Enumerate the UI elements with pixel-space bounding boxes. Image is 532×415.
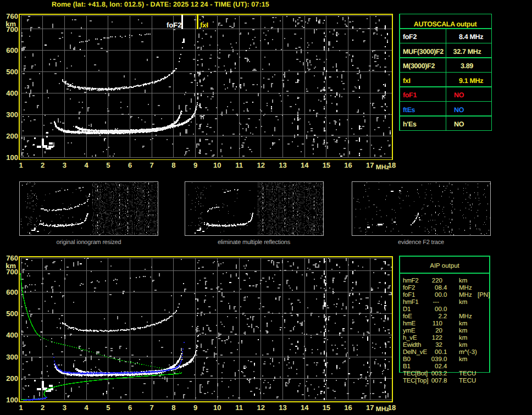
svg-text:12: 12 — [257, 161, 265, 169]
svg-text:MHz: MHz — [459, 285, 472, 291]
svg-text:ftEs: ftEs — [403, 106, 415, 114]
svg-text:02.4: 02.4 — [435, 363, 447, 370]
svg-text:500: 500 — [6, 309, 18, 318]
svg-text:200: 200 — [6, 132, 18, 140]
svg-text:4: 4 — [85, 161, 89, 169]
svg-text:122: 122 — [432, 335, 442, 341]
svg-text:2.2: 2.2 — [439, 313, 447, 320]
svg-text:4: 4 — [85, 403, 89, 412]
svg-text:MHz: MHz — [376, 405, 390, 413]
svg-text:16: 16 — [344, 403, 352, 412]
svg-text:110: 110 — [433, 320, 442, 327]
svg-text:100: 100 — [6, 396, 18, 404]
svg-text:NO: NO — [454, 120, 464, 128]
svg-text:foE: foE — [403, 313, 412, 320]
svg-text:MHz: MHz — [459, 292, 472, 298]
svg-text:039.0: 039.0 — [431, 356, 447, 363]
svg-text:9: 9 — [193, 161, 197, 169]
svg-text:8: 8 — [171, 403, 175, 412]
svg-text:eliminate multiple reflections: eliminate multiple reflections — [218, 239, 291, 246]
svg-text:00.0: 00.0 — [435, 292, 447, 298]
svg-text:200: 200 — [6, 374, 18, 383]
svg-text:1: 1 — [19, 161, 23, 169]
svg-text:evidence F2 trace: evidence F2 trace — [398, 239, 444, 246]
svg-text:foF1: foF1 — [403, 292, 415, 298]
svg-text:B1: B1 — [403, 363, 411, 370]
svg-text:11: 11 — [235, 403, 243, 412]
svg-text:MHz: MHz — [376, 163, 390, 171]
svg-text:7: 7 — [150, 161, 154, 169]
svg-text:MHz: MHz — [459, 313, 472, 320]
svg-text:ymE: ymE — [403, 328, 415, 334]
svg-text:TEC[Top]: TEC[Top] — [403, 378, 428, 384]
svg-text:12: 12 — [257, 403, 265, 412]
svg-text:hmE: hmE — [403, 320, 416, 327]
svg-text:300: 300 — [6, 110, 18, 119]
svg-text:hmF2: hmF2 — [403, 278, 419, 284]
svg-text:NO: NO — [454, 91, 464, 99]
svg-text:[PN]: [PN] — [478, 292, 490, 298]
svg-text:2: 2 — [41, 403, 45, 412]
svg-text:foF1: foF1 — [403, 91, 417, 99]
svg-text:foF2: foF2 — [167, 21, 181, 29]
svg-text:15: 15 — [323, 403, 330, 412]
svg-text:5: 5 — [106, 403, 110, 412]
svg-text:500: 500 — [6, 68, 18, 76]
svg-text:760: 760 — [6, 12, 18, 20]
svg-text:8: 8 — [171, 161, 175, 169]
svg-text:9: 9 — [193, 403, 197, 412]
svg-text:km: km — [459, 356, 467, 363]
svg-text:hmF1: hmF1 — [403, 299, 419, 306]
svg-text:003.2: 003.2 — [431, 370, 447, 377]
svg-text:TEC[Bot]: TEC[Bot] — [403, 370, 428, 377]
svg-text:17: 17 — [366, 161, 374, 169]
svg-text:km: km — [459, 342, 467, 348]
svg-text:3: 3 — [63, 161, 66, 169]
svg-text:Ewidth: Ewidth — [403, 342, 421, 348]
svg-text:100: 100 — [6, 153, 18, 162]
svg-text:m^(-3): m^(-3) — [459, 349, 477, 356]
svg-text:---: --- — [433, 299, 440, 306]
svg-text:km: km — [459, 278, 467, 284]
svg-text:13: 13 — [279, 403, 286, 412]
svg-text:760: 760 — [6, 254, 18, 262]
svg-text:5: 5 — [106, 161, 110, 169]
svg-text:00.1: 00.1 — [435, 349, 447, 356]
svg-text:16: 16 — [344, 161, 352, 169]
svg-text:1: 1 — [19, 403, 23, 412]
svg-text:2: 2 — [41, 161, 45, 169]
svg-text:DelN_vE: DelN_vE — [403, 349, 427, 356]
svg-text:km: km — [459, 328, 467, 334]
svg-text:AIP output: AIP output — [430, 263, 459, 269]
svg-text:13: 13 — [279, 161, 286, 169]
svg-text:9.1 MHz: 9.1 MHz — [459, 77, 483, 85]
svg-text:14: 14 — [301, 161, 309, 169]
svg-text:M(3000)F2: M(3000)F2 — [403, 62, 435, 70]
svg-text:fxI: fxI — [200, 21, 208, 29]
svg-text:32.7 MHz: 32.7 MHz — [453, 48, 481, 56]
svg-text:007.8: 007.8 — [431, 378, 447, 384]
svg-text:300: 300 — [6, 353, 18, 361]
svg-text:400: 400 — [6, 331, 18, 339]
svg-text:32: 32 — [435, 342, 442, 348]
svg-text:B0: B0 — [403, 356, 411, 363]
svg-text:TECU: TECU — [459, 378, 476, 384]
svg-text:NO: NO — [454, 106, 464, 114]
svg-text:10: 10 — [213, 161, 221, 169]
svg-text:7: 7 — [150, 403, 154, 412]
svg-text:3.89: 3.89 — [461, 62, 473, 70]
svg-text:fxI: fxI — [403, 77, 411, 85]
svg-text:220: 220 — [432, 278, 442, 284]
svg-text:14: 14 — [301, 403, 309, 412]
svg-text:10: 10 — [213, 403, 221, 412]
svg-text:km: km — [459, 335, 467, 341]
svg-text:km: km — [5, 262, 16, 270]
svg-text:original ionogram resized: original ionogram resized — [57, 239, 121, 246]
svg-text:km: km — [5, 20, 16, 28]
svg-text:11: 11 — [235, 161, 243, 169]
svg-text:600: 600 — [6, 288, 18, 296]
svg-text:6: 6 — [128, 161, 132, 169]
svg-text:foF2: foF2 — [403, 285, 415, 291]
svg-text:h'Es: h'Es — [403, 120, 417, 128]
svg-text:MUF(3000)F2: MUF(3000)F2 — [403, 48, 444, 56]
